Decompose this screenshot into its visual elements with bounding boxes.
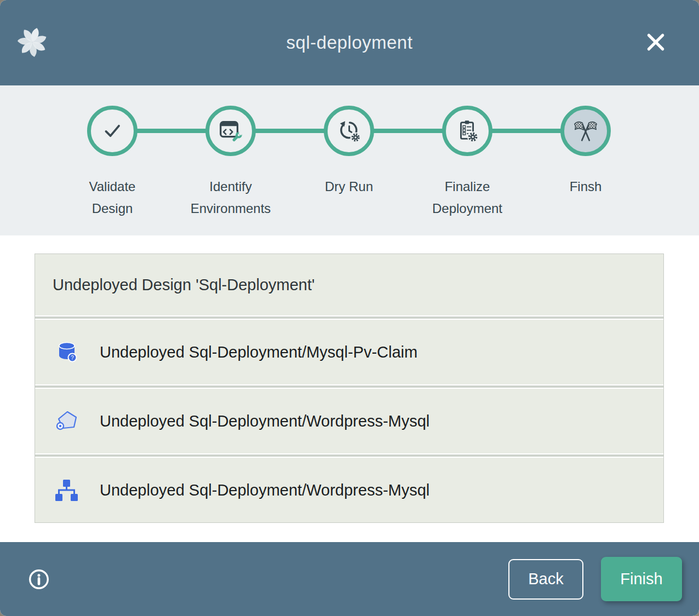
step-finish: Finsh [526,106,645,198]
step-identify-environments: Identify Environments [171,106,290,220]
checkered-flags-icon [571,116,600,146]
wizard-stepper: Validate Design Identify Environments [0,85,699,235]
row-divider [35,454,663,457]
dialog-body: Undeployed Design 'Sql-Deployment' ? Und… [0,235,699,542]
step-finish-circle[interactable] [560,106,611,156]
step-identify-environments-circle[interactable] [205,106,256,156]
svg-text:?: ? [71,355,74,361]
status-row-wordpress-mysql-deployment: Undeployed Sql-Deployment/Wordpress-Mysq… [35,458,663,522]
finish-button[interactable]: Finish [601,557,682,601]
info-circle-icon[interactable] [27,568,50,591]
status-row-text: Undeployed Sql-Deployment/Wordpress-Mysq… [100,481,429,499]
step-finalize-deployment-circle[interactable] [442,106,492,156]
dialog-title: sql-deployment [287,32,413,53]
sql-deployment-dialog: sql-deployment Validate Design [0,0,699,616]
row-divider [35,385,663,388]
close-button[interactable] [643,30,668,55]
status-row-mysql-pv-claim: ? Undeployed Sql-Deployment/Mysql-Pv-Cla… [35,320,663,384]
step-label: Dry Run [305,176,393,198]
code-window-wrench-icon [217,117,244,145]
back-button[interactable]: Back [508,559,583,600]
close-x-icon [643,30,668,55]
deployment-tree-icon [54,477,80,503]
step-label: Finalize Deployment [423,176,512,220]
status-row-wordpress-mysql-service: Undeployed Sql-Deployment/Wordpress-Mysq… [35,389,663,453]
status-header-text: Undeployed Design 'Sql-Deployment' [53,276,315,294]
step-dry-run: Dry Run [290,106,408,198]
app-logo-pinwheel-icon [16,26,48,58]
step-dry-run-circle[interactable] [324,106,374,156]
dialog-header: sql-deployment [0,0,699,85]
row-divider [35,316,663,319]
step-validate-design: Validate Design [53,106,171,220]
database-volume-icon: ? [54,339,80,365]
status-row-text: Undeployed Sql-Deployment/Mysql-Pv-Claim [100,343,417,361]
sync-clock-gear-icon [335,117,363,145]
status-row-text: Undeployed Sql-Deployment/Wordpress-Mysq… [100,412,429,430]
deployment-status-list: Undeployed Design 'Sql-Deployment' ? Und… [35,254,664,523]
step-finalize-deployment: Finalize Deployment [408,106,526,220]
step-label: Identify Environments [186,176,275,220]
service-pentagon-icon [54,408,80,434]
step-label: Validate Design [68,176,157,220]
step-label: Finsh [541,176,630,198]
step-validate-design-circle[interactable] [87,106,137,156]
status-header-row: Undeployed Design 'Sql-Deployment' [35,254,663,315]
checkmark-icon [99,117,126,145]
dialog-footer: Back Finish [0,542,699,616]
clipboard-gear-icon [454,117,481,145]
